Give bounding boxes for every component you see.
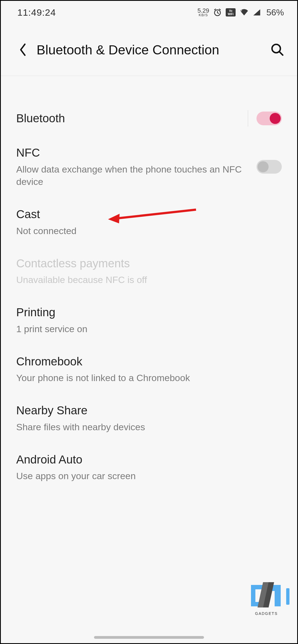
setting-subtitle: Unavailable because NFC is off — [16, 274, 274, 286]
page-title: Bluetooth & Device Connection — [37, 42, 219, 57]
setting-item-android-auto[interactable]: Android Auto Use apps on your car screen — [1, 443, 297, 492]
setting-title: Printing — [16, 305, 274, 320]
wifi-icon — [239, 9, 249, 16]
search-icon — [270, 43, 285, 57]
setting-subtitle: Your phone is not linked to a Chromebook — [16, 372, 274, 384]
setting-item-printing[interactable]: Printing 1 print service on — [1, 296, 297, 345]
setting-title: Contactless payments — [16, 256, 274, 271]
svg-text:WiFi: WiFi — [228, 13, 233, 16]
svg-text:Vo: Vo — [229, 9, 232, 12]
alarm-icon — [213, 8, 222, 17]
setting-title: Cast — [16, 207, 274, 222]
watermark-accent-bar — [286, 588, 289, 605]
status-time: 11:49:24 — [17, 7, 56, 18]
setting-subtitle: Allow data exchange when the phone touch… — [16, 163, 248, 188]
setting-item-nfc[interactable]: NFC Allow data exchange when the phone t… — [1, 136, 297, 198]
setting-subtitle: 1 print service on — [16, 323, 274, 335]
setting-subtitle: Use apps on your car screen — [16, 470, 274, 482]
svg-rect-12 — [275, 591, 281, 606]
svg-point-5 — [241, 10, 241, 11]
search-button[interactable] — [269, 41, 286, 59]
setting-item-chromebook[interactable]: Chromebook Your phone is not linked to a… — [1, 345, 297, 394]
setting-title: Android Auto — [16, 452, 274, 467]
setting-title: Chromebook — [16, 354, 274, 369]
setting-item-nearby-share[interactable]: Nearby Share Share files with nearby dev… — [1, 394, 297, 443]
back-button[interactable] — [15, 41, 31, 58]
vowifi-icon: VoWiFi — [226, 8, 236, 16]
setting-subtitle: Share files with nearby devices — [16, 421, 274, 434]
setting-item-bluetooth[interactable]: Bluetooth — [1, 101, 297, 136]
watermark-text: GADGETS — [250, 611, 283, 616]
chevron-left-icon — [18, 43, 27, 57]
setting-item-contactless-payments: Contactless payments Unavailable because… — [1, 247, 297, 296]
separator — [248, 110, 248, 127]
network-speed-indicator: 5.29 KB/S — [197, 8, 209, 16]
settings-list: Bluetooth NFC Allow data exchange when t… — [1, 76, 297, 492]
status-bar: 11:49:24 5.29 KB/S VoWiFi 56% — [1, 1, 297, 24]
setting-title: Bluetooth — [16, 111, 239, 126]
battery-percentage: 56% — [266, 7, 284, 18]
setting-subtitle: Not connected — [16, 225, 274, 237]
nfc-toggle[interactable] — [256, 160, 282, 174]
bluetooth-toggle[interactable] — [256, 112, 282, 125]
navigation-home-indicator[interactable] — [94, 636, 204, 639]
setting-title: NFC — [16, 145, 248, 160]
cellular-signal-icon — [253, 9, 261, 16]
page-header: Bluetooth & Device Connection — [1, 24, 297, 76]
watermark-logo: GADGETS — [250, 580, 289, 616]
setting-title: Nearby Share — [16, 403, 274, 418]
setting-item-cast[interactable]: Cast Not connected — [1, 198, 297, 246]
